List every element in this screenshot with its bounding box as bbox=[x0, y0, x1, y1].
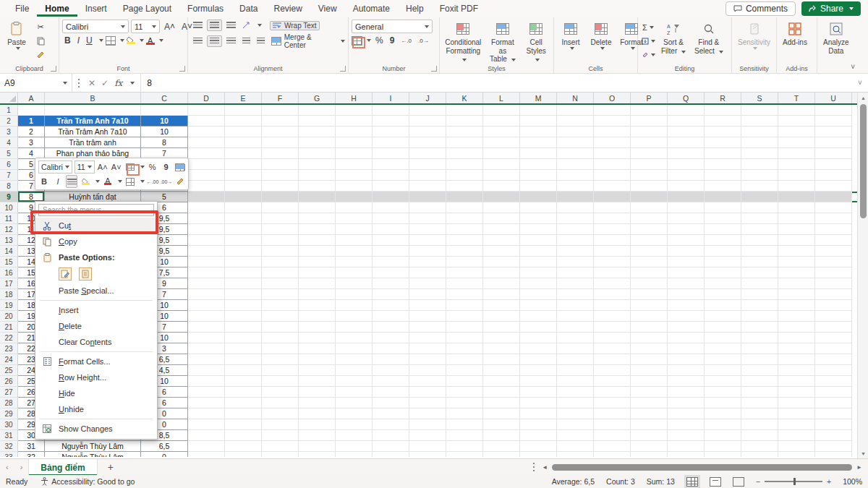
cell-K14[interactable] bbox=[446, 246, 483, 257]
cell-F24[interactable] bbox=[262, 354, 299, 365]
underline-dropdown-icon[interactable] bbox=[99, 39, 103, 42]
cell-G20[interactable] bbox=[299, 311, 336, 322]
paste-values-icon[interactable] bbox=[79, 267, 92, 281]
cell-O12[interactable] bbox=[594, 224, 631, 235]
cell-G13[interactable] bbox=[299, 235, 336, 246]
menu-tab-formulas[interactable]: Formulas bbox=[179, 1, 231, 17]
cell-K26[interactable] bbox=[446, 376, 483, 387]
italic-button[interactable]: I bbox=[75, 35, 82, 46]
cell-M5[interactable] bbox=[520, 148, 557, 159]
cell-O26[interactable] bbox=[594, 376, 631, 387]
cell-P3[interactable] bbox=[631, 127, 668, 137]
cell-M19[interactable] bbox=[520, 300, 557, 311]
cell-E17[interactable] bbox=[225, 278, 262, 289]
cell-N11[interactable] bbox=[557, 213, 594, 224]
cell-G7[interactable] bbox=[299, 170, 336, 181]
cell-L12[interactable] bbox=[483, 224, 520, 235]
cell-N15[interactable] bbox=[557, 257, 594, 267]
cell-T16[interactable] bbox=[778, 267, 815, 278]
cell-M3[interactable] bbox=[520, 127, 557, 137]
sensitivity-button[interactable]: Sensitivity bbox=[735, 20, 773, 51]
cell-G12[interactable] bbox=[299, 224, 336, 235]
cell-L4[interactable] bbox=[483, 137, 520, 148]
cell-P26[interactable] bbox=[631, 376, 668, 387]
cell-R5[interactable] bbox=[705, 148, 741, 159]
accounting-format-icon[interactable] bbox=[352, 36, 362, 46]
cell-G14[interactable] bbox=[299, 246, 336, 257]
cell-M7[interactable] bbox=[520, 170, 557, 181]
cell-K10[interactable] bbox=[446, 202, 483, 213]
cell-I5[interactable] bbox=[373, 148, 409, 159]
cell-G23[interactable] bbox=[299, 343, 336, 354]
mini-italic-button[interactable]: I bbox=[52, 175, 64, 188]
cell-H12[interactable] bbox=[336, 224, 373, 235]
cell-F13[interactable] bbox=[262, 235, 299, 246]
cell-R13[interactable] bbox=[705, 235, 741, 246]
cell-Q33[interactable] bbox=[668, 452, 705, 457]
cell-R32[interactable] bbox=[705, 441, 741, 452]
cell-F28[interactable] bbox=[262, 398, 299, 408]
row-header-20[interactable]: 20 bbox=[0, 311, 18, 322]
conditional-formatting-button[interactable]: ConditionalFormatting bbox=[443, 20, 484, 65]
cell-H19[interactable] bbox=[336, 300, 373, 311]
row-header-7[interactable]: 7 bbox=[0, 170, 18, 181]
cell-S13[interactable] bbox=[741, 235, 778, 246]
cell-B1[interactable] bbox=[45, 105, 141, 116]
cell-C32[interactable]: 6,5 bbox=[141, 441, 188, 452]
accessibility-status[interactable]: Accessibility: Good to go bbox=[41, 477, 135, 486]
cell-O9[interactable] bbox=[594, 192, 631, 202]
cell-S22[interactable] bbox=[741, 333, 778, 343]
cell-H29[interactable] bbox=[336, 408, 373, 419]
cell-J6[interactable] bbox=[409, 159, 446, 170]
cell-I9[interactable] bbox=[373, 192, 409, 202]
cell-K9[interactable] bbox=[446, 192, 483, 202]
cell-F7[interactable] bbox=[262, 170, 299, 181]
cell-O11[interactable] bbox=[594, 213, 631, 224]
cell-E33[interactable] bbox=[225, 452, 262, 457]
row-header-5[interactable]: 5 bbox=[0, 148, 18, 159]
mini-align-center-icon[interactable] bbox=[66, 175, 77, 188]
cell-S9[interactable] bbox=[741, 192, 778, 202]
cell-D33[interactable] bbox=[188, 452, 225, 457]
cell-Q14[interactable] bbox=[668, 246, 705, 257]
cell-U6[interactable] bbox=[815, 159, 852, 170]
cell-O18[interactable] bbox=[594, 289, 631, 300]
row-header-4[interactable]: 4 bbox=[0, 137, 18, 148]
cell-L17[interactable] bbox=[483, 278, 520, 289]
align-left-icon[interactable] bbox=[191, 36, 205, 46]
cell-U20[interactable] bbox=[815, 311, 852, 322]
cell-U26[interactable] bbox=[815, 376, 852, 387]
column-header-R[interactable]: R bbox=[705, 93, 741, 103]
sheet-tab[interactable]: Bảng điểm bbox=[28, 459, 97, 476]
align-middle-icon[interactable] bbox=[207, 20, 222, 31]
sort-filter-button[interactable]: AZ Sort &Filter bbox=[658, 20, 689, 56]
cell-T2[interactable] bbox=[778, 116, 815, 127]
cell-N23[interactable] bbox=[557, 343, 594, 354]
cell-R23[interactable] bbox=[705, 343, 741, 354]
ribbon-collapse-icon[interactable]: ˅ bbox=[851, 63, 855, 71]
row-header-24[interactable]: 24 bbox=[0, 354, 18, 365]
cell-I22[interactable] bbox=[373, 333, 409, 343]
cell-O6[interactable] bbox=[594, 159, 631, 170]
cell-N22[interactable] bbox=[557, 333, 594, 343]
cell-R20[interactable] bbox=[705, 311, 741, 322]
cell-R7[interactable] bbox=[705, 170, 741, 181]
fx-dropdown-icon[interactable] bbox=[130, 82, 135, 85]
cell-O20[interactable] bbox=[594, 311, 631, 322]
cell-D14[interactable] bbox=[188, 246, 225, 257]
cell-D20[interactable] bbox=[188, 311, 225, 322]
column-header-J[interactable]: J bbox=[409, 93, 446, 103]
cell-R18[interactable] bbox=[705, 289, 741, 300]
cell-O24[interactable] bbox=[594, 354, 631, 365]
cell-I1[interactable] bbox=[373, 105, 409, 116]
cell-L27[interactable] bbox=[483, 387, 520, 398]
cell-G28[interactable] bbox=[299, 398, 336, 408]
cell-P21[interactable] bbox=[631, 322, 668, 333]
cell-P25[interactable] bbox=[631, 365, 668, 376]
cell-H21[interactable] bbox=[336, 322, 373, 333]
cell-F10[interactable] bbox=[262, 202, 299, 213]
cell-S28[interactable] bbox=[741, 398, 778, 408]
alignment-dialog-launcher[interactable] bbox=[340, 66, 346, 72]
align-bottom-icon[interactable] bbox=[224, 20, 238, 30]
merge-center-button[interactable]: Merge & Center bbox=[269, 33, 336, 49]
